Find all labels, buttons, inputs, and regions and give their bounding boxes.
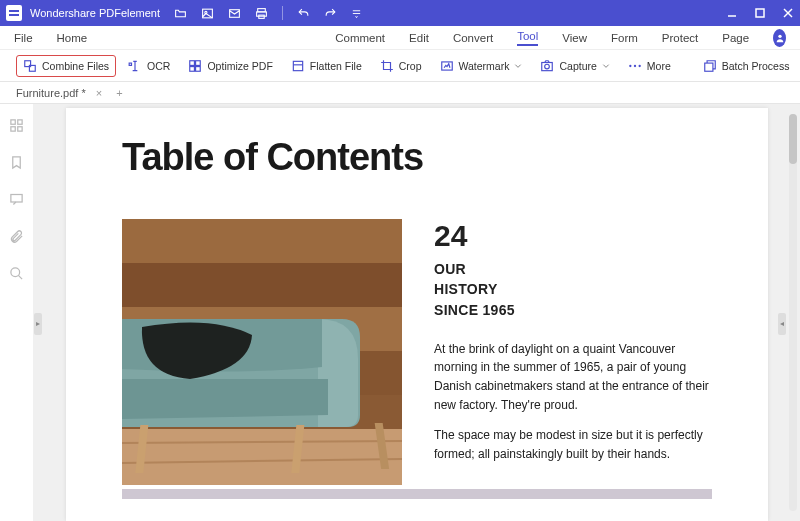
svg-rect-30 xyxy=(18,120,22,124)
app-logo-icon xyxy=(6,5,22,21)
svg-rect-0 xyxy=(9,10,19,12)
tab-add-icon[interactable]: + xyxy=(116,87,122,99)
app-title: Wondershare PDFelement xyxy=(30,7,160,19)
menu-file[interactable]: File xyxy=(14,32,33,44)
collapse-right-icon[interactable]: ◂ xyxy=(778,313,786,335)
capture-label: Capture xyxy=(559,60,596,72)
watermark-label: Watermark xyxy=(459,60,510,72)
comment-panel-icon[interactable] xyxy=(9,192,24,211)
left-rail xyxy=(0,104,34,521)
titlebar: Wondershare PDFelement xyxy=(0,0,800,26)
svg-rect-17 xyxy=(196,60,201,65)
user-avatar-icon[interactable] xyxy=(773,29,786,47)
footer-strip xyxy=(122,489,712,499)
batch-label: Batch Process xyxy=(722,60,790,72)
menu-home[interactable]: Home xyxy=(57,32,88,44)
close-icon[interactable] xyxy=(782,7,794,19)
combine-files-label: Combine Files xyxy=(42,60,109,72)
separator xyxy=(282,6,283,20)
ocr-button[interactable]: OCR xyxy=(122,56,176,76)
svg-rect-20 xyxy=(293,61,302,70)
page-title: Table of Contents xyxy=(122,136,712,179)
svg-point-27 xyxy=(638,64,640,66)
canvas[interactable]: ▸ ◂ Table of Contents xyxy=(34,104,800,521)
svg-rect-9 xyxy=(756,9,764,17)
svg-rect-16 xyxy=(190,60,195,65)
svg-rect-29 xyxy=(11,120,15,124)
tab-name: Furniture.pdf * xyxy=(16,87,86,99)
attachment-icon[interactable] xyxy=(9,229,24,248)
batch-button[interactable]: Batch Process xyxy=(697,56,796,76)
svg-rect-41 xyxy=(122,429,402,485)
optimize-button[interactable]: Optimize PDF xyxy=(182,56,278,76)
minimize-icon[interactable] xyxy=(726,7,738,19)
svg-rect-19 xyxy=(196,66,201,71)
svg-point-25 xyxy=(629,64,631,66)
thumbnails-icon[interactable] xyxy=(9,118,24,137)
furniture-photo xyxy=(122,219,402,485)
optimize-label: Optimize PDF xyxy=(207,60,272,72)
maximize-icon[interactable] xyxy=(754,7,766,19)
menu-convert[interactable]: Convert xyxy=(453,32,493,44)
redo-icon[interactable] xyxy=(324,7,337,20)
svg-rect-1 xyxy=(9,14,19,16)
svg-rect-37 xyxy=(122,219,402,263)
capture-button[interactable]: Capture xyxy=(534,56,615,76)
menubar: File Home Comment Edit Convert Tool View… xyxy=(0,26,800,50)
svg-point-34 xyxy=(11,268,20,277)
subtitle: OUR HISTORY SINCE 1965 xyxy=(434,259,712,320)
image-icon[interactable] xyxy=(201,7,214,20)
open-folder-icon[interactable] xyxy=(174,7,187,20)
content-column: 24 OUR HISTORY SINCE 1965 At the brink o… xyxy=(434,219,712,485)
undo-icon[interactable] xyxy=(297,7,310,20)
crop-label: Crop xyxy=(399,60,422,72)
body-paragraph-2: The space may be modest in size but it i… xyxy=(434,426,712,463)
svg-rect-31 xyxy=(11,127,15,131)
menu-view[interactable]: View xyxy=(562,32,587,44)
ocr-label: OCR xyxy=(147,60,170,72)
menu-page[interactable]: Page xyxy=(722,32,749,44)
vertical-scrollbar[interactable] xyxy=(789,114,797,511)
scrollbar-thumb[interactable] xyxy=(789,114,797,164)
svg-rect-32 xyxy=(18,127,22,131)
menu-protect[interactable]: Protect xyxy=(662,32,698,44)
print-icon[interactable] xyxy=(255,7,268,20)
mail-icon[interactable] xyxy=(228,7,241,20)
body-paragraph-1: At the brink of daylight on a quaint Van… xyxy=(434,340,712,414)
search-icon[interactable] xyxy=(9,266,24,285)
svg-point-12 xyxy=(778,34,781,37)
svg-point-24 xyxy=(545,64,550,69)
more-label: More xyxy=(647,60,671,72)
workarea: ▸ ◂ Table of Contents xyxy=(0,104,800,521)
flatten-label: Flatten File xyxy=(310,60,362,72)
menu-tool[interactable]: Tool xyxy=(517,30,538,46)
tabstrip: Furniture.pdf * × + xyxy=(0,82,800,104)
svg-rect-18 xyxy=(190,66,195,71)
pdf-page: Table of Contents xyxy=(66,108,768,521)
svg-rect-28 xyxy=(705,63,713,71)
page-number: 24 xyxy=(434,219,712,253)
collapse-left-icon[interactable]: ▸ xyxy=(34,313,42,335)
svg-point-26 xyxy=(634,64,636,66)
tab-close-icon[interactable]: × xyxy=(96,87,102,99)
document-tab[interactable]: Furniture.pdf * × xyxy=(8,87,110,99)
menu-edit[interactable]: Edit xyxy=(409,32,429,44)
flatten-button[interactable]: Flatten File xyxy=(285,56,368,76)
bookmark-icon[interactable] xyxy=(9,155,24,174)
svg-rect-38 xyxy=(122,263,402,307)
svg-rect-33 xyxy=(11,195,22,203)
svg-rect-15 xyxy=(129,63,131,65)
dropdown-icon[interactable] xyxy=(351,8,362,19)
svg-line-35 xyxy=(18,275,22,279)
menu-comment[interactable]: Comment xyxy=(335,32,385,44)
more-button[interactable]: More xyxy=(622,57,677,75)
combine-files-button[interactable]: Combine Files xyxy=(16,55,116,77)
crop-button[interactable]: Crop xyxy=(374,56,428,76)
menu-form[interactable]: Form xyxy=(611,32,638,44)
watermark-button[interactable]: Watermark xyxy=(434,56,529,76)
toolbar: Combine Files OCR Optimize PDF Flatten F… xyxy=(0,50,800,82)
